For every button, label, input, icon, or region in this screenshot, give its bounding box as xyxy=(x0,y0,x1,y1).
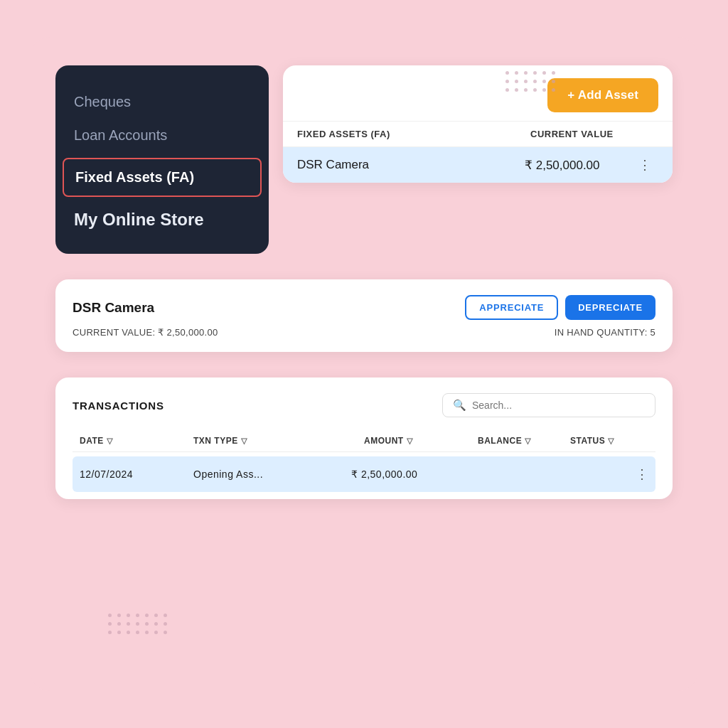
main-content: Cheques Loan Accounts Fixed Assets (FA) … xyxy=(55,65,673,663)
type-filter-icon[interactable]: ▽ xyxy=(241,437,247,446)
add-asset-button[interactable]: + Add Asset xyxy=(547,78,658,112)
col-status-header: STATUS ▽ xyxy=(570,436,648,446)
txn-date: 12/07/2024 xyxy=(80,469,193,480)
txn-search-box[interactable]: 🔍 xyxy=(442,393,655,417)
depreciate-button[interactable]: DEPRECIATE xyxy=(565,295,655,320)
search-input[interactable] xyxy=(472,400,645,411)
col-value-header: CURRENT VALUE xyxy=(530,129,658,139)
appreciate-button[interactable]: APPRECIATE xyxy=(465,295,558,320)
detail-header: DSR Camera APPRECIATE DEPRECIATE xyxy=(73,295,655,320)
sidebar: Cheques Loan Accounts Fixed Assets (FA) … xyxy=(55,65,269,254)
col-asset-header: FIXED ASSETS (FA) xyxy=(297,129,530,139)
transactions-title: TRANSACTIONS xyxy=(73,400,164,412)
txn-row-menu-icon[interactable]: ⋮ xyxy=(636,466,648,482)
col-type-header: TXN TYPE ▽ xyxy=(193,436,364,446)
asset-table-row[interactable]: DSR Camera ₹ 2,50,000.00 ⋮ xyxy=(283,147,673,183)
txn-amount: ₹ 2,50,000.00 xyxy=(351,469,465,480)
search-icon: 🔍 xyxy=(453,399,466,412)
current-value-amount: ₹ 2,50,000.00 xyxy=(158,327,218,338)
col-date-header: DATE ▽ xyxy=(80,436,193,446)
asset-card: + Add Asset FIXED ASSETS (FA) CURRENT VA… xyxy=(283,65,673,183)
asset-value: ₹ 2,50,000.00 xyxy=(525,158,638,173)
in-hand-label: IN HAND QUANTITY: 5 xyxy=(555,327,655,338)
balance-filter-icon[interactable]: ▽ xyxy=(525,437,531,446)
detail-card: DSR Camera APPRECIATE DEPRECIATE CURRENT… xyxy=(55,279,673,352)
outer-container: Cheques Loan Accounts Fixed Assets (FA) … xyxy=(30,37,698,691)
sidebar-item-my-online-store[interactable]: My Online Store xyxy=(55,200,269,240)
current-value-text: CURRENT VALUE: xyxy=(73,327,155,338)
asset-card-header: + Add Asset xyxy=(283,65,673,121)
dot-pattern-top xyxy=(505,71,556,92)
detail-title: DSR Camera xyxy=(73,300,154,316)
current-value-label: CURRENT VALUE: ₹ 2,50,000.00 xyxy=(73,327,218,338)
txn-header: TRANSACTIONS 🔍 xyxy=(73,393,655,417)
in-hand-qty: 5 xyxy=(650,327,655,338)
in-hand-text: IN HAND QUANTITY: xyxy=(555,327,648,338)
sidebar-item-loan-accounts[interactable]: Loan Accounts xyxy=(55,119,269,155)
txn-type: Opening Ass... xyxy=(193,469,351,480)
transactions-card: TRANSACTIONS 🔍 DATE ▽ TXN TYPE ▽ AMOUNT xyxy=(55,378,673,499)
dot-pattern-bottom xyxy=(108,614,168,634)
asset-table-header: FIXED ASSETS (FA) CURRENT VALUE xyxy=(283,121,673,147)
amount-filter-icon[interactable]: ▽ xyxy=(407,437,413,446)
sidebar-item-cheques[interactable]: Cheques xyxy=(55,80,269,119)
col-amount-header: AMOUNT ▽ xyxy=(364,436,478,446)
col-balance-header: BALANCE ▽ xyxy=(478,436,570,446)
sidebar-item-fixed-assets[interactable]: Fixed Assets (FA) xyxy=(63,158,262,197)
detail-meta: CURRENT VALUE: ₹ 2,50,000.00 IN HAND QUA… xyxy=(73,327,655,338)
txn-row[interactable]: 12/07/2024 Opening Ass... ₹ 2,50,000.00 … xyxy=(73,456,655,492)
top-row: Cheques Loan Accounts Fixed Assets (FA) … xyxy=(55,65,673,254)
right-panel: + Add Asset FIXED ASSETS (FA) CURRENT VA… xyxy=(283,65,673,183)
detail-actions: APPRECIATE DEPRECIATE xyxy=(465,295,655,320)
txn-table-header: DATE ▽ TXN TYPE ▽ AMOUNT ▽ BALANCE ▽ STA… xyxy=(73,430,655,452)
asset-name: DSR Camera xyxy=(297,158,525,172)
asset-row-menu-icon[interactable]: ⋮ xyxy=(638,157,658,173)
status-filter-icon[interactable]: ▽ xyxy=(608,437,614,446)
date-filter-icon[interactable]: ▽ xyxy=(107,437,113,446)
